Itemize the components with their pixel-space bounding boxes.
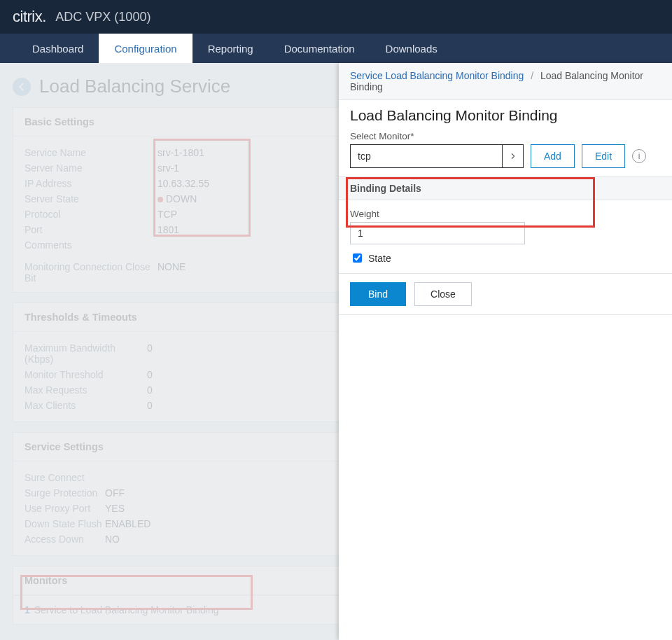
binding-details-section: Weight State bbox=[339, 200, 672, 273]
brand-suffix: . bbox=[42, 8, 46, 26]
state-checkbox[interactable] bbox=[353, 253, 362, 263]
value-server-state: DOWN bbox=[158, 193, 197, 204]
label-max-bw: Maximum Bandwidth (Kbps) bbox=[24, 342, 147, 365]
chevron-right-icon[interactable] bbox=[502, 145, 523, 167]
select-monitor-section: Select Monitor* tcp Add Edit i bbox=[339, 131, 672, 176]
label-access-down: Access Down bbox=[24, 534, 105, 545]
label-port: Port bbox=[24, 224, 158, 235]
breadcrumb-parent[interactable]: Service Load Balancing Monitor Binding bbox=[350, 70, 524, 81]
value-mon-close: NONE bbox=[158, 261, 186, 284]
tab-documentation[interactable]: Documentation bbox=[269, 34, 370, 63]
page-title: Load Balancing Service bbox=[39, 76, 230, 97]
label-mon-threshold: Monitor Threshold bbox=[24, 369, 147, 380]
value-server-state-text: DOWN bbox=[166, 193, 197, 204]
value-surge: OFF bbox=[105, 487, 125, 499]
bind-button[interactable]: Bind bbox=[350, 282, 406, 306]
select-monitor-combobox[interactable]: tcp bbox=[350, 144, 524, 168]
label-flush: Down State Flush bbox=[24, 518, 105, 529]
tab-reporting[interactable]: Reporting bbox=[192, 34, 269, 63]
label-max-clients: Max Clients bbox=[24, 400, 147, 411]
state-row: State bbox=[350, 251, 661, 265]
weight-label: Weight bbox=[350, 209, 661, 219]
tab-dashboard[interactable]: Dashboard bbox=[17, 34, 99, 63]
value-port: 1801 bbox=[158, 224, 179, 235]
value-proxy: YES bbox=[105, 503, 125, 514]
label-ip-address: IP Address bbox=[24, 178, 158, 189]
value-server-name: srv-1 bbox=[158, 162, 179, 174]
state-label: State bbox=[368, 253, 391, 264]
value-ip-address: 10.63.32.55 bbox=[158, 178, 209, 189]
label-sure-connect: Sure Connect bbox=[24, 472, 105, 483]
product-label: ADC VPX (1000) bbox=[55, 10, 150, 25]
brand-bar: citrix. ADC VPX (1000) bbox=[0, 0, 672, 34]
close-button[interactable]: Close bbox=[414, 282, 472, 306]
label-max-req: Max Requests bbox=[24, 384, 147, 396]
panel-actions: Bind Close bbox=[339, 274, 672, 314]
select-monitor-label: Select Monitor* bbox=[350, 131, 661, 141]
brand-name: citrix bbox=[13, 8, 42, 26]
edit-button[interactable]: Edit bbox=[582, 144, 625, 168]
value-max-clients: 0 bbox=[147, 400, 153, 411]
add-button[interactable]: Add bbox=[531, 144, 575, 168]
label-surge: Surge Protection bbox=[24, 487, 105, 499]
binding-details-heading: Binding Details bbox=[339, 176, 672, 200]
state-down-icon bbox=[158, 197, 163, 202]
value-flush: ENABLED bbox=[105, 518, 150, 529]
value-max-bw: 0 bbox=[147, 342, 153, 365]
tab-configuration[interactable]: Configuration bbox=[99, 34, 192, 63]
app-root: citrix. ADC VPX (1000) Dashboard Configu… bbox=[0, 0, 672, 640]
monitors-count: 1 bbox=[24, 604, 30, 615]
value-max-req: 0 bbox=[147, 384, 153, 396]
label-service-name: Service Name bbox=[24, 147, 158, 158]
label-server-state: Server State bbox=[24, 193, 158, 204]
binding-panel: Service Load Balancing Monitor Binding /… bbox=[339, 63, 672, 640]
panel-actions-wrap: Bind Close bbox=[339, 273, 672, 315]
primary-tabs: Dashboard Configuration Reporting Docume… bbox=[0, 34, 672, 63]
select-monitor-value: tcp bbox=[351, 145, 502, 167]
page-body: Load Balancing Service Basic Settings Se… bbox=[0, 63, 672, 640]
select-monitor-row: tcp Add Edit i bbox=[350, 144, 661, 168]
value-protocol: TCP bbox=[158, 209, 177, 220]
info-icon[interactable]: i bbox=[632, 149, 646, 163]
tab-downloads[interactable]: Downloads bbox=[370, 34, 453, 63]
label-proxy: Use Proxy Port bbox=[24, 503, 105, 514]
breadcrumb-sep: / bbox=[531, 70, 533, 81]
label-mon-close: Monitoring Connection Close Bit bbox=[24, 261, 158, 284]
value-service-name: srv-1-1801 bbox=[158, 147, 204, 158]
value-access-down: NO bbox=[105, 534, 120, 545]
brand-logo: citrix. bbox=[13, 8, 46, 26]
monitors-link-text: Service to Load Balancing Monitor Bindin… bbox=[34, 604, 219, 615]
value-mon-threshold: 0 bbox=[147, 369, 153, 380]
label-protocol: Protocol bbox=[24, 209, 158, 220]
label-server-name: Server Name bbox=[24, 162, 158, 174]
label-comments: Comments bbox=[24, 239, 158, 251]
panel-breadcrumb: Service Load Balancing Monitor Binding /… bbox=[339, 63, 672, 100]
back-icon[interactable] bbox=[13, 78, 31, 96]
weight-input[interactable] bbox=[350, 222, 525, 244]
panel-title: Load Balancing Monitor Binding bbox=[339, 100, 672, 131]
